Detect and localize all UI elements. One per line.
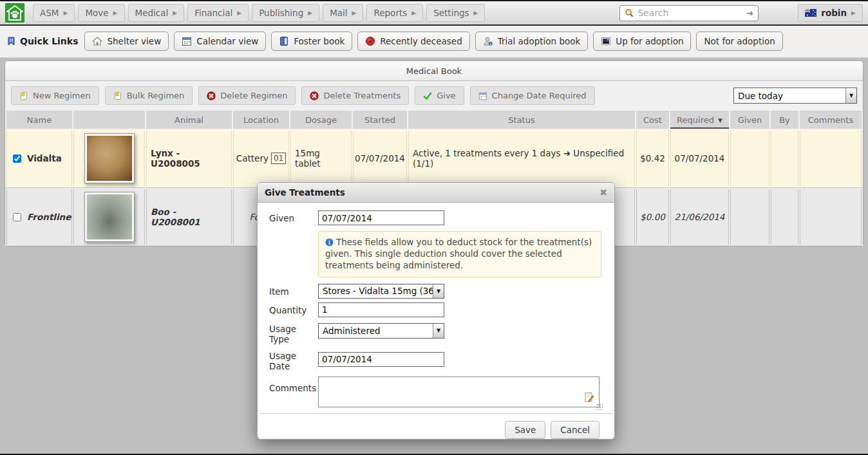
change-date-required-button[interactable]: Change Date Required bbox=[470, 86, 595, 105]
column-header-given[interactable]: Given bbox=[730, 111, 769, 129]
user-menu[interactable]: robin ▶ bbox=[798, 4, 863, 22]
delete-treatments-button[interactable]: Delete Treatments bbox=[301, 86, 409, 105]
comments-textarea[interactable] bbox=[318, 376, 599, 407]
menu-asm[interactable]: ASM▶ bbox=[33, 4, 75, 22]
usage-type-select[interactable]: Administered ▼ bbox=[318, 323, 444, 339]
cell-animal[interactable]: Lynx - U2008005 bbox=[146, 131, 232, 186]
cell-started: 07/07/2014 bbox=[353, 131, 407, 186]
column-header-photo[interactable] bbox=[73, 111, 145, 129]
column-header-cost[interactable]: Cost bbox=[636, 111, 669, 129]
cell-required: 07/07/2014 bbox=[670, 131, 729, 186]
menu-reports[interactable]: Reports▶ bbox=[366, 4, 423, 22]
regimen-name-label: Vidalta bbox=[27, 153, 62, 163]
delete-icon bbox=[310, 91, 319, 100]
save-button[interactable]: Save bbox=[505, 421, 545, 439]
item-select[interactable]: Stores - Vidalta 15mg (36/3 ▼ bbox=[318, 284, 444, 299]
animal-link: Boo - U2008001 bbox=[151, 207, 227, 227]
cell-photo bbox=[73, 189, 145, 245]
column-label: Animal bbox=[175, 115, 203, 125]
menu-mail-label: Mail bbox=[330, 8, 347, 18]
quicklink-up-for-adoption[interactable]: Up for adoption bbox=[593, 32, 691, 51]
column-header-name[interactable]: Name bbox=[6, 111, 72, 129]
due-filter-select[interactable]: Due today ▼ bbox=[733, 88, 857, 104]
column-header-required[interactable]: Required▼ bbox=[670, 111, 729, 129]
cost-label: $0.00 bbox=[640, 212, 665, 222]
menu-caret-icon: ▶ bbox=[411, 10, 416, 16]
cell-given bbox=[730, 189, 769, 245]
menu-caret-icon: ▶ bbox=[352, 10, 357, 16]
animal-thumbnail[interactable] bbox=[84, 133, 135, 183]
column-header-by[interactable]: By bbox=[771, 111, 798, 129]
menu-move[interactable]: Move▶ bbox=[78, 4, 124, 22]
cell-required: 21/06/2014 bbox=[670, 189, 729, 245]
menu-settings[interactable]: Settings▶ bbox=[426, 4, 485, 22]
bulk-regimen-button[interactable]: Bulk Regimen bbox=[105, 86, 193, 105]
cell-cost: $0.42 bbox=[636, 131, 669, 186]
quantity-input[interactable] bbox=[318, 302, 444, 317]
menu-move-label: Move bbox=[85, 8, 108, 18]
delete-regimen-label: Delete Regimen bbox=[220, 91, 287, 100]
given-field-label: Given bbox=[269, 210, 318, 225]
menu-medical[interactable]: Medical▶ bbox=[128, 4, 185, 22]
page-title: Medical Book bbox=[5, 61, 863, 81]
search-submit-icon[interactable]: ➔ bbox=[746, 8, 753, 18]
animal-thumbnail[interactable] bbox=[84, 192, 135, 242]
close-icon[interactable]: ✖ bbox=[599, 187, 607, 198]
animal-link: Lynx - U2008005 bbox=[151, 148, 227, 169]
menu-publishing[interactable]: Publishing▶ bbox=[252, 4, 319, 22]
give-button[interactable]: Give bbox=[415, 86, 464, 105]
column-header-dosage[interactable]: Dosage bbox=[290, 111, 352, 129]
column-label: Required bbox=[677, 115, 714, 125]
row-checkbox[interactable] bbox=[13, 213, 21, 221]
menu-financial[interactable]: Financial▶ bbox=[187, 4, 249, 22]
dialog-title: Give Treatments bbox=[265, 187, 345, 198]
menu-asm-label: ASM bbox=[40, 8, 59, 18]
new-regimen-button[interactable]: New Regimen bbox=[11, 86, 99, 105]
cell-location: Cattery 01 bbox=[233, 131, 289, 186]
dosage-label: 15mg tablet bbox=[295, 148, 347, 169]
row-checkbox[interactable] bbox=[13, 154, 21, 163]
flag-au-icon bbox=[805, 9, 816, 17]
search-input[interactable] bbox=[636, 7, 744, 19]
table-header: Name Animal Location Dosage Started Stat… bbox=[5, 110, 863, 129]
quicklink-recently-deceased[interactable]: Recently deceased bbox=[357, 32, 469, 51]
quicklink-shelter-view[interactable]: Shelter view bbox=[84, 32, 169, 51]
column-header-comments[interactable]: Comments bbox=[800, 111, 862, 129]
column-header-location[interactable]: Location bbox=[233, 111, 289, 129]
quantity-field-label: Quantity bbox=[269, 302, 318, 317]
quicklink-calendar-view[interactable]: Calendar view bbox=[174, 32, 266, 51]
menu-caret-icon: ▶ bbox=[113, 10, 118, 16]
cat-photo bbox=[87, 194, 132, 239]
quicklink-not-for-adoption[interactable]: Not for adoption bbox=[696, 32, 782, 51]
cell-cost: $0.00 bbox=[636, 189, 669, 245]
quicklink-trial-adoption-book[interactable]: i Trial adoption book bbox=[475, 32, 589, 51]
resize-grip[interactable] bbox=[596, 404, 603, 410]
cell-name: Frontline bbox=[6, 189, 72, 245]
delete-regimen-button[interactable]: Delete Regimen bbox=[198, 86, 296, 105]
column-header-animal[interactable]: Animal bbox=[146, 111, 232, 129]
check-icon bbox=[423, 91, 432, 100]
menu-mail[interactable]: Mail▶ bbox=[323, 4, 363, 22]
cost-label: $0.42 bbox=[640, 153, 665, 163]
given-date-input[interactable] bbox=[318, 210, 444, 225]
due-filter-value: Due today bbox=[734, 91, 845, 101]
column-header-status[interactable]: Status bbox=[408, 111, 635, 129]
edit-note-icon[interactable] bbox=[584, 392, 594, 402]
cell-by bbox=[771, 189, 798, 245]
menu-caret-icon: ▶ bbox=[63, 10, 68, 16]
bulk-regimen-label: Bulk Regimen bbox=[127, 91, 185, 100]
required-date-label: 21/06/2014 bbox=[675, 212, 725, 222]
cell-animal[interactable]: Boo - U2008001 bbox=[146, 189, 232, 245]
dialog-titlebar[interactable]: Give Treatments ✖ bbox=[258, 183, 614, 203]
cancel-button[interactable]: Cancel bbox=[551, 421, 599, 439]
usage-date-field-label: Usage Date bbox=[269, 348, 303, 371]
column-header-started[interactable]: Started bbox=[353, 111, 407, 129]
cell-photo bbox=[73, 131, 145, 186]
sort-caret-icon: ▼ bbox=[718, 117, 722, 124]
photo-icon bbox=[601, 36, 611, 46]
usage-type-value: Administered bbox=[319, 326, 433, 336]
stock-info-callout: These fields allow you to deduct stock f… bbox=[318, 231, 601, 277]
quicklink-foster-book[interactable]: Foster book bbox=[271, 32, 352, 51]
column-label: Location bbox=[243, 115, 279, 125]
usage-date-input[interactable] bbox=[318, 352, 444, 367]
